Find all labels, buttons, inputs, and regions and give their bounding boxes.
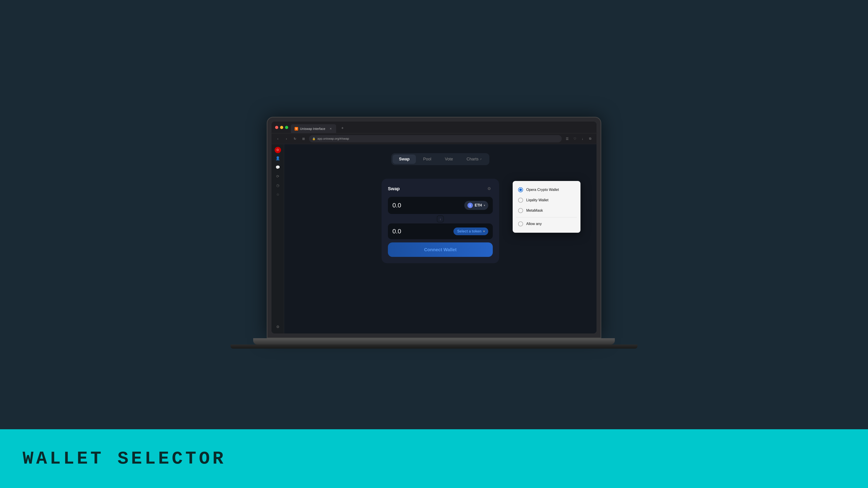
- tab-title: Uniswap Interface: [300, 127, 325, 131]
- swap-title: Swap: [388, 186, 400, 191]
- swap-direction-button[interactable]: ↓: [437, 215, 444, 223]
- sidebar-bookmarks-icon[interactable]: ☆: [274, 190, 282, 198]
- input-token-name: ETH: [475, 203, 482, 207]
- input-token-selector[interactable]: Ξ ETH ▾: [464, 201, 488, 210]
- tab-pool[interactable]: Pool: [417, 155, 438, 164]
- swap-widget: Swap ⚙ Ξ ETH ▾: [381, 179, 499, 263]
- refresh-button[interactable]: ↻: [292, 135, 298, 142]
- minimize-button[interactable]: [280, 126, 283, 129]
- eth-token-icon: Ξ: [467, 203, 473, 208]
- laptop-base: [253, 338, 615, 345]
- connect-wallet-button[interactable]: Connect Wallet: [388, 242, 493, 257]
- forward-button[interactable]: ›: [283, 135, 289, 142]
- liqality-wallet-label: Liqality Wallet: [526, 198, 548, 202]
- download-icon[interactable]: ↓: [579, 135, 586, 142]
- select-token-button[interactable]: Select a token ▾: [454, 228, 488, 235]
- swap-header: Swap ⚙: [388, 185, 493, 192]
- tab-vote[interactable]: Vote: [438, 155, 459, 164]
- bookmarks-icon[interactable]: ☰: [564, 135, 570, 142]
- input-amount-field[interactable]: [393, 202, 438, 209]
- tab-charts[interactable]: Charts ↗: [460, 155, 488, 164]
- browser-tab[interactable]: U Uniswap Interface ✕: [291, 124, 336, 133]
- browser-toolbar: ‹ › ↻ ⊞ 🔒 app.uniswap.org/#/swap ☰ ♡ ↓ ⧉: [272, 133, 596, 144]
- settings-icon[interactable]: ⚙: [486, 185, 493, 192]
- toolbar-actions: ☰ ♡ ↓ ⧉: [564, 135, 593, 142]
- radio-opera-inner: [519, 188, 522, 191]
- opera-wallet-label: Opera Crypto Wallet: [526, 188, 559, 192]
- metamask-wallet-label: MetaMask: [526, 208, 543, 213]
- url-display: app.uniswap.org/#/swap: [317, 137, 559, 140]
- sidebar-history-icon[interactable]: ◷: [274, 181, 282, 189]
- wallet-option-opera[interactable]: Opera Crypto Wallet: [516, 185, 577, 195]
- output-amount-field[interactable]: [393, 228, 438, 235]
- radio-metamask: [518, 208, 523, 213]
- output-token-chevron: ▾: [483, 230, 485, 233]
- laptop-screen-outer: U Uniswap Interface ✕ + ‹ › ↻ ⊞ 🔒 app.un…: [267, 117, 601, 338]
- output-token-box: Select a token ▾: [388, 223, 493, 239]
- heart-icon[interactable]: ♡: [572, 135, 578, 142]
- laptop-bottom: [230, 345, 638, 349]
- browser-body: O 👤 💬 ⟳ ◷ ☆ ⚙ Swap Pool: [272, 144, 596, 333]
- nav-tabs: Swap Pool Vote Charts ↗: [391, 153, 489, 165]
- input-token-row: Ξ ETH ▾: [393, 201, 488, 210]
- back-button[interactable]: ‹: [275, 135, 281, 142]
- tab-add-button[interactable]: +: [339, 125, 346, 132]
- browser-titlebar: U Uniswap Interface ✕ +: [272, 122, 596, 133]
- swap-arrow: ↓: [388, 215, 493, 223]
- sidebar-whatsapp-icon[interactable]: 💬: [274, 163, 282, 171]
- wallet-selector-dropdown: Opera Crypto Wallet Liqality Wallet: [513, 181, 581, 233]
- main-content: Swap Pool Vote Charts ↗ Swap: [284, 144, 596, 333]
- traffic-lights: [275, 126, 288, 129]
- external-link-icon: ↗: [479, 158, 482, 161]
- bottom-banner: WALLET SELECTOR: [0, 429, 868, 488]
- input-token-box: Ξ ETH ▾: [388, 197, 493, 214]
- sidebar: O 👤 💬 ⟳ ◷ ☆ ⚙: [272, 144, 284, 333]
- tab-close-button[interactable]: ✕: [329, 127, 333, 131]
- extensions-icon[interactable]: ⧉: [587, 135, 593, 142]
- laptop-wrapper: U Uniswap Interface ✕ + ‹ › ↻ ⊞ 🔒 app.un…: [230, 117, 638, 349]
- tab-favicon: U: [294, 127, 298, 131]
- select-token-label: Select a token: [457, 229, 482, 233]
- allow-any-label: Allow any: [526, 222, 541, 226]
- wallet-option-metamask[interactable]: MetaMask: [516, 205, 577, 216]
- tab-swap[interactable]: Swap: [393, 155, 416, 164]
- radio-liqality: [518, 198, 523, 203]
- banner-text: WALLET SELECTOR: [23, 449, 226, 469]
- radio-allow-any: [518, 221, 523, 226]
- input-token-chevron: ▾: [484, 204, 485, 207]
- address-bar[interactable]: 🔒 app.uniswap.org/#/swap: [309, 135, 562, 142]
- wallet-option-liqality[interactable]: Liqality Wallet: [516, 195, 577, 205]
- output-token-row: Select a token ▾: [393, 228, 488, 235]
- sidebar-wallet-icon[interactable]: 👤: [274, 154, 282, 162]
- laptop-screen-inner: U Uniswap Interface ✕ + ‹ › ↻ ⊞ 🔒 app.un…: [272, 122, 596, 333]
- sidebar-sync-icon[interactable]: ⟳: [274, 172, 282, 180]
- sidebar-opera-icon[interactable]: O: [275, 147, 281, 153]
- home-button[interactable]: ⊞: [301, 135, 307, 142]
- swap-arrow-icon: ↓: [440, 217, 441, 221]
- sidebar-settings-icon[interactable]: ⚙: [274, 323, 282, 331]
- wallet-option-allow-any[interactable]: Allow any: [516, 219, 577, 229]
- close-button[interactable]: [275, 126, 278, 129]
- radio-opera: [518, 187, 523, 192]
- browser: U Uniswap Interface ✕ + ‹ › ↻ ⊞ 🔒 app.un…: [272, 122, 596, 333]
- maximize-button[interactable]: [285, 126, 288, 129]
